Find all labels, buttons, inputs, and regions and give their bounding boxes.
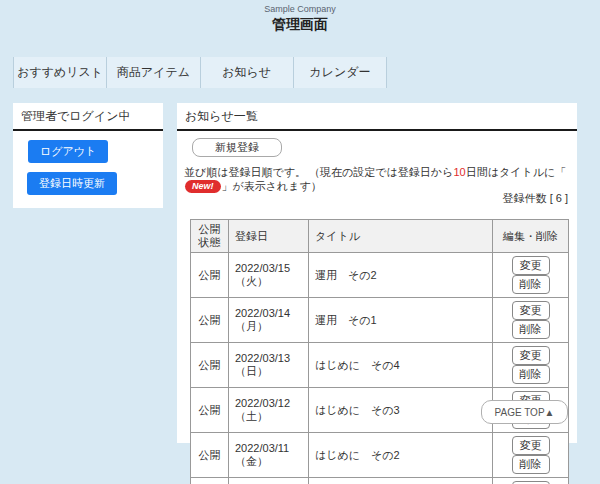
table-row: 公開2022/03/10（木）はじめに その1変更削除 — [191, 478, 569, 484]
column-header-status: 公開 状態 — [191, 220, 229, 253]
delete-button[interactable]: 削除 — [512, 275, 550, 294]
page-top-button[interactable]: PAGE TOP▲ — [481, 400, 568, 424]
login-status-label: 管理者でログイン中 — [13, 103, 163, 131]
title-cell: はじめに その4 — [309, 343, 493, 388]
notice-list-title: お知らせ一覧 — [177, 103, 577, 131]
title-cell: 運用 その2 — [309, 253, 493, 298]
actions-cell: 変更削除 — [493, 433, 569, 478]
actions-cell: 変更削除 — [493, 343, 569, 388]
edit-button[interactable]: 変更 — [512, 346, 550, 365]
login-panel: 管理者でログイン中 ログアウト 登録日時更新 — [13, 103, 163, 208]
nav-item-product-items[interactable]: 商品アイテム — [107, 57, 200, 88]
notice-table: 公開 状態 登録日 タイトル 編集・削除 公開2022/03/15（火）運用 そ… — [190, 219, 569, 484]
main-nav: おすすめリスト 商品アイテム お知らせ カレンダー — [13, 57, 387, 88]
title-cell: はじめに その3 — [309, 388, 493, 433]
registration-count: 登録件数 [ 6 ] — [503, 191, 568, 206]
status-cell: 公開 — [191, 433, 229, 478]
delete-button[interactable]: 削除 — [512, 365, 550, 384]
title-cell: 運用 その1 — [309, 298, 493, 343]
nav-item-calendar[interactable]: カレンダー — [294, 57, 387, 88]
actions-cell: 変更削除 — [493, 253, 569, 298]
sort-order-note: 並び順は登録日順です。 （現在の設定では登録日から10日間はタイトルに「New!… — [184, 166, 571, 194]
edit-button[interactable]: 変更 — [512, 301, 550, 320]
nav-item-notices[interactable]: お知らせ — [201, 57, 294, 88]
edit-button[interactable]: 変更 — [512, 256, 550, 275]
table-header-row: 公開 状態 登録日 タイトル 編集・削除 — [191, 220, 569, 253]
page-title: 管理画面 — [0, 16, 600, 34]
column-header-date: 登録日 — [229, 220, 309, 253]
delete-button[interactable]: 削除 — [512, 320, 550, 339]
column-header-actions: 編集・削除 — [493, 220, 569, 253]
table-row: 公開2022/03/13（日）はじめに その4変更削除 — [191, 343, 569, 388]
status-cell: 公開 — [191, 478, 229, 484]
logout-button[interactable]: ログアウト — [28, 140, 108, 163]
title-cell: はじめに その1 — [309, 478, 493, 484]
table-row: 公開2022/03/11（金）はじめに その2変更削除 — [191, 433, 569, 478]
title-cell: はじめに その2 — [309, 433, 493, 478]
status-cell: 公開 — [191, 253, 229, 298]
days-highlight: 10 — [453, 166, 465, 178]
actions-cell: 変更削除 — [493, 298, 569, 343]
date-cell: 2022/03/13（日） — [229, 343, 309, 388]
date-cell: 2022/03/14（月） — [229, 298, 309, 343]
date-cell: 2022/03/15（火） — [229, 253, 309, 298]
new-registration-button[interactable]: 新規登録 — [192, 138, 282, 157]
date-cell: 2022/03/10（木） — [229, 478, 309, 484]
update-registration-date-button[interactable]: 登録日時更新 — [27, 172, 117, 195]
date-cell: 2022/03/12（土） — [229, 388, 309, 433]
delete-button[interactable]: 削除 — [512, 455, 550, 474]
note-text-middle: 日間はタイトルに「 — [466, 166, 567, 178]
admin-screen: Sample Company 管理画面 おすすめリスト 商品アイテム お知らせ … — [0, 0, 600, 484]
new-badge: New! — [185, 180, 221, 193]
date-cell: 2022/03/11（金） — [229, 433, 309, 478]
status-cell: 公開 — [191, 388, 229, 433]
column-header-title: タイトル — [309, 220, 493, 253]
edit-button[interactable]: 変更 — [512, 436, 550, 455]
note-text-after: 」が表示されます） — [222, 180, 322, 192]
status-cell: 公開 — [191, 343, 229, 388]
table-row: 公開2022/03/15（火）運用 その2変更削除 — [191, 253, 569, 298]
table-row: 公開2022/03/14（月）運用 その1変更削除 — [191, 298, 569, 343]
actions-cell: 変更削除 — [493, 478, 569, 484]
nav-item-recommend-list[interactable]: おすすめリスト — [14, 57, 107, 88]
company-name: Sample Company — [0, 4, 600, 14]
status-cell: 公開 — [191, 298, 229, 343]
notice-list-panel: お知らせ一覧 新規登録 並び順は登録日順です。 （現在の設定では登録日から10日… — [177, 103, 577, 443]
note-text-before: 並び順は登録日順です。 （現在の設定では登録日から — [184, 166, 453, 178]
